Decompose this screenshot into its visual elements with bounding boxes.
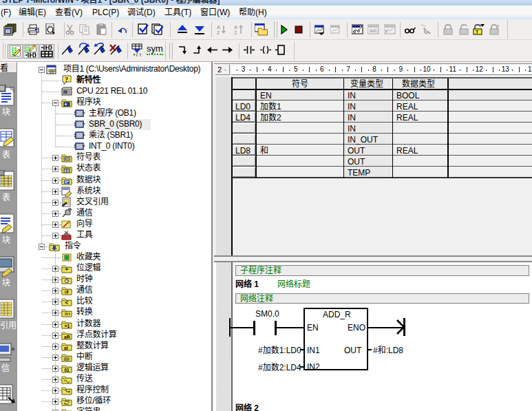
svg-text:±I: ±I: [64, 346, 68, 350]
svg-text:Z: Z: [234, 30, 237, 35]
svg-text:?: ?: [65, 76, 68, 83]
svg-text:A: A: [217, 25, 220, 30]
svg-text:+(): +(): [133, 52, 142, 56]
svg-text:01: 01: [65, 368, 70, 372]
svg-text:T: T: [476, 30, 479, 34]
svg-text:A: A: [234, 25, 237, 30]
svg-text:±R: ±R: [64, 335, 70, 339]
svg-text:+1: +1: [65, 324, 70, 328]
svg-text:Z: Z: [217, 30, 220, 35]
